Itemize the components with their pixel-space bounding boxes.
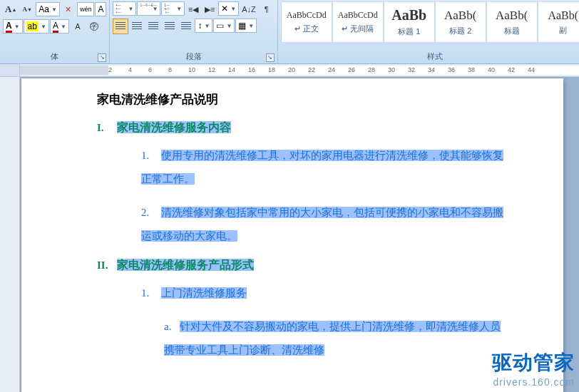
paragraph-group-label: 段落 — [186, 52, 202, 61]
numbering-icon — [140, 4, 150, 14]
ruler-number: 4 — [128, 66, 132, 73]
multilevel-icon — [164, 4, 174, 14]
style-label: 标题 2 — [449, 26, 471, 36]
ruler-number: 42 — [508, 66, 515, 73]
styles-group-label: 样式 — [427, 52, 443, 61]
style-label: 标题 — [504, 26, 520, 36]
style-sample: AaBb( — [444, 9, 476, 23]
bullets-icon — [116, 4, 125, 14]
shading-dropdown[interactable]: ▭▼ — [213, 19, 235, 33]
page[interactable]: 家电清洗维修产品说明I.家电清洗维修服务内容1.使用专用的清洗维修工具，对坏的家… — [21, 78, 563, 392]
grow-font-button[interactable]: A▲ — [3, 1, 19, 17]
style-label: ↵ 正文 — [294, 24, 319, 34]
ruler: 2468101214161820222426283032343638404244 — [0, 64, 579, 77]
ruler-number: 8 — [168, 66, 172, 73]
list-item: 2.清洗维修对象包括家中常用的大小家电，包括可便携的小家电和不容易搬运或移动的大… — [141, 201, 506, 248]
increase-indent-button[interactable]: ▶≡ — [202, 1, 217, 17]
font-group-label: 体 — [51, 52, 58, 61]
font-group: A▲ A▼ Aa▼ ✕ wén A A▼ ab▼ A▼ A 字 体↘ — [0, 0, 110, 63]
pinyin-guide-button[interactable]: wén — [77, 2, 95, 16]
char-border-button[interactable]: A — [95, 2, 106, 16]
list-item: 1.使用专用的清洗维修工具，对坏的家用电器进行清洗维修，使其能够恢复正常工作。 — [141, 144, 506, 191]
numbering-dropdown[interactable]: ▼ — [137, 1, 160, 16]
multilevel-dropdown[interactable]: ▼ — [161, 1, 185, 16]
section-heading: II.家电清洗维修服务产品形式 — [97, 258, 506, 273]
shrink-font-button[interactable]: A▼ — [19, 1, 35, 17]
align-right-button[interactable] — [145, 19, 161, 34]
ruler-number: 44 — [528, 66, 535, 73]
ruler-number: 20 — [288, 66, 295, 73]
doc-title: 家电清洗维修产品说明 — [97, 91, 506, 108]
align-distribute-button[interactable] — [178, 19, 194, 34]
section-heading: I.家电清洗维修服务内容 — [97, 120, 506, 135]
font-color-dropdown[interactable]: A▼ — [50, 19, 69, 33]
ruler-number: 28 — [368, 66, 375, 73]
clear-format-button[interactable]: ✕ — [61, 1, 76, 17]
ruler-number: 32 — [408, 66, 415, 73]
ruler-number: 36 — [448, 66, 455, 73]
borders-dropdown[interactable]: ▦▼ — [235, 19, 257, 33]
paragraph-group: ▼ ▼ ▼ ≡◀ ▶≡ ✕▼ A↓Z ¶ ↕▼ ▭▼ ▦▼ 段落↘ — [110, 0, 277, 63]
ruler-number: 14 — [228, 66, 235, 73]
ltr-button[interactable]: ✕▼ — [218, 1, 239, 16]
style-label: 标题 1 — [398, 26, 420, 37]
style-item[interactable]: AaBb(标题 — [486, 1, 538, 43]
ruler-number: 6 — [148, 66, 152, 73]
style-item[interactable]: AaBbCcDd↵ 无间隔 — [332, 1, 384, 43]
list-item: 1.上门清洗维修服务 — [141, 282, 506, 305]
char-shading-button[interactable]: A — [70, 19, 86, 34]
style-sample: AaBb — [391, 7, 426, 24]
ruler-number: 12 — [208, 66, 215, 73]
ruler-number: 34 — [428, 66, 435, 73]
decrease-indent-button[interactable]: ≡◀ — [185, 1, 201, 17]
ruler-number: 38 — [468, 66, 475, 73]
ruler-number: 10 — [188, 66, 195, 73]
show-marks-button[interactable]: ¶ — [259, 1, 275, 17]
style-sample: AaBb( — [496, 9, 528, 23]
ruler-number: 16 — [248, 66, 255, 73]
style-item[interactable]: AaBb标题 1 — [384, 1, 435, 43]
sort-button[interactable]: A↓Z — [240, 1, 258, 17]
highlight-dropdown[interactable]: ab▼ — [24, 19, 49, 33]
ribbon: A▲ A▼ Aa▼ ✕ wén A A▼ ab▼ A▼ A 字 体↘ ▼ ▼ ▼ — [0, 0, 579, 64]
ruler-number: 2 — [108, 66, 112, 73]
vertical-ruler[interactable] — [0, 77, 20, 392]
paragraph-launcher-icon[interactable]: ↘ — [266, 53, 275, 62]
style-sample: AaBbCcDd — [338, 10, 378, 21]
style-sample: AaBb( — [548, 9, 578, 22]
align-justify-button[interactable] — [162, 19, 178, 34]
styles-group: AaBbCcDd↵ 正文AaBbCcDd↵ 无间隔AaBb标题 1AaBb(标题… — [278, 0, 579, 63]
style-label: 副 — [559, 25, 567, 36]
change-case-dropdown[interactable]: Aa▼ — [36, 2, 60, 16]
font-color2-dropdown[interactable]: A▼ — [3, 19, 23, 33]
sub-list-item: a.针对大件及不容易搬动的家电，提供上门清洗维修，即清洗维修人员携带专业工具上门… — [164, 315, 506, 362]
align-center-button[interactable] — [129, 19, 145, 34]
ruler-number: 30 — [388, 66, 395, 73]
ruler-number: 40 — [488, 66, 495, 73]
ruler-number: 18 — [268, 66, 275, 73]
style-item[interactable]: AaBb(副 — [538, 1, 579, 43]
document-area: 家电清洗维修产品说明I.家电清洗维修服务内容1.使用专用的清洗维修工具，对坏的家… — [0, 77, 579, 392]
style-item[interactable]: AaBb(标题 2 — [435, 1, 486, 43]
style-label: ↵ 无间隔 — [342, 24, 374, 34]
styles-gallery[interactable]: AaBbCcDd↵ 正文AaBbCcDd↵ 无间隔AaBb标题 1AaBb(标题… — [281, 1, 579, 50]
line-spacing-dropdown[interactable]: ↕▼ — [195, 19, 212, 33]
style-item[interactable]: AaBbCcDd↵ 正文 — [281, 1, 332, 43]
horizontal-ruler[interactable]: 2468101214161820222426283032343638404244 — [20, 66, 579, 75]
bullets-dropdown[interactable]: ▼ — [113, 1, 136, 16]
style-sample: AaBbCcDd — [287, 10, 327, 21]
font-launcher-icon[interactable]: ↘ — [98, 53, 106, 62]
ruler-number: 22 — [308, 66, 315, 73]
ruler-number: 24 — [328, 66, 335, 73]
enclose-char-button[interactable]: 字 — [86, 19, 102, 34]
ruler-number: 26 — [348, 66, 355, 73]
align-left-button[interactable] — [113, 19, 128, 34]
